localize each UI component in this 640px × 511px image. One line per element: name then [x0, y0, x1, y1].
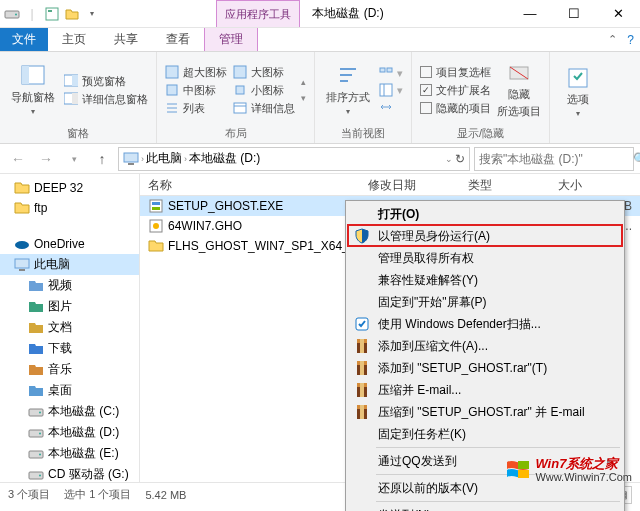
hide-selected-button[interactable]: 隐藏 所选项目 — [497, 56, 541, 124]
ribbon-group-label — [558, 127, 598, 141]
tree-item[interactable]: 本地磁盘 (D:) — [0, 422, 139, 443]
tree-item[interactable]: 此电脑 — [0, 254, 139, 275]
tree-item[interactable]: 桌面 — [0, 380, 139, 401]
refresh-icon[interactable]: ↻ — [455, 152, 465, 166]
ribbon-tabs: 文件 主页 共享 查看 管理 ⌃ ? — [0, 28, 640, 52]
new-folder-icon[interactable] — [64, 6, 80, 22]
address-dropdown-icon[interactable]: ⌄ — [445, 154, 453, 164]
preview-pane-button[interactable]: 预览窗格 — [64, 74, 148, 89]
context-menu-item[interactable]: 打开(O) — [348, 203, 622, 225]
tree-item[interactable]: 本地磁盘 (E:) — [0, 443, 139, 464]
layout-details[interactable]: 详细信息 — [233, 101, 295, 116]
tab-manage[interactable]: 管理 — [204, 28, 258, 51]
context-menu-item[interactable]: 压缩到 "SETUP_GHOST.rar" 并 E-mail — [348, 401, 622, 423]
help-icon[interactable]: ? — [627, 33, 634, 47]
layout-m[interactable]: 中图标 — [165, 83, 227, 98]
minimize-button[interactable]: — — [508, 0, 552, 27]
navigation-tree[interactable]: DEEP 32ftpOneDrive此电脑视频图片文档下载音乐桌面本地磁盘 (C… — [0, 174, 140, 482]
tree-item[interactable]: 图片 — [0, 296, 139, 317]
recent-dropdown[interactable]: ▾ — [62, 147, 86, 171]
context-menu-item[interactable]: 发送到(N)▶ — [348, 504, 622, 511]
svg-rect-58 — [360, 383, 364, 397]
close-button[interactable]: ✕ — [596, 0, 640, 27]
checkbox-file-ext[interactable]: ✓文件扩展名 — [420, 83, 491, 98]
quick-access-toolbar: | ▾ — [0, 6, 104, 22]
chevron-right-icon[interactable]: › — [141, 154, 144, 164]
col-date[interactable]: 修改日期 — [360, 174, 460, 195]
ribbon-group-label: 窗格 — [8, 124, 148, 141]
tree-item[interactable]: 本地磁盘 (C:) — [0, 401, 139, 422]
options-button[interactable]: 选项 ▾ — [558, 56, 598, 127]
column-headers: 名称 修改日期 类型 大小 — [140, 174, 640, 196]
tab-view[interactable]: 查看 — [152, 28, 204, 51]
ribbon-collapse-icon[interactable]: ⌃ — [608, 33, 617, 46]
context-menu-item[interactable]: 以管理员身份运行(A) — [348, 225, 622, 247]
svg-point-41 — [39, 474, 41, 476]
search-input[interactable] — [479, 152, 629, 166]
tree-item[interactable]: 文档 — [0, 317, 139, 338]
forward-button[interactable]: → — [34, 147, 58, 171]
ribbon-group-layout: 超大图标 中图标 列表 大图标 小图标 详细信息 ▴ ▾ 布局 — [157, 52, 315, 143]
col-size[interactable]: 大小 — [550, 174, 640, 195]
layout-list[interactable]: 列表 — [165, 101, 227, 116]
tab-file[interactable]: 文件 — [0, 28, 48, 51]
ribbon-group-showhide: 项目复选框 ✓文件扩展名 隐藏的项目 隐藏 所选项目 显示/隐藏 — [412, 52, 550, 143]
tree-item[interactable]: DEEP 32 — [0, 178, 139, 198]
col-name[interactable]: 名称 — [140, 174, 360, 195]
chevron-down-icon: ▾ — [346, 107, 350, 116]
tree-item[interactable]: 视频 — [0, 275, 139, 296]
context-item-label: 固定到任务栏(K) — [378, 426, 466, 443]
nav-pane-button[interactable]: 导航窗格 ▾ — [8, 56, 58, 124]
checkbox-item-checkboxes[interactable]: 项目复选框 — [420, 65, 491, 80]
status-size: 5.42 MB — [145, 489, 186, 501]
nav-pane-label: 导航窗格 — [11, 90, 55, 105]
context-menu-item[interactable]: 压缩并 E-mail... — [348, 379, 622, 401]
add-columns-button[interactable]: ▾ — [379, 83, 403, 97]
context-menu-item[interactable]: 使用 Windows Defender扫描... — [348, 313, 622, 335]
group-by-button[interactable]: ▾ — [379, 66, 403, 80]
search-icon[interactable]: 🔍 — [633, 152, 640, 166]
rar-icon — [354, 338, 370, 354]
tree-item[interactable]: OneDrive — [0, 234, 139, 254]
tree-item-icon — [14, 200, 30, 216]
context-item-label: 打开(O) — [378, 206, 419, 223]
chevron-right-icon[interactable]: › — [184, 154, 187, 164]
layout-xl[interactable]: 超大图标 — [165, 65, 227, 80]
svg-rect-32 — [15, 259, 29, 268]
tree-item[interactable]: 音乐 — [0, 359, 139, 380]
breadcrumb[interactable]: › 此电脑 › 本地磁盘 (D:) ⌄ ↻ — [118, 147, 470, 171]
tab-share[interactable]: 共享 — [100, 28, 152, 51]
back-button[interactable]: ← — [6, 147, 30, 171]
search-box[interactable]: 🔍 — [474, 147, 634, 171]
sort-button[interactable]: 排序方式 ▾ — [323, 56, 373, 124]
layout-scroll-down[interactable]: ▾ — [301, 93, 306, 103]
crumb-pc[interactable]: 此电脑 — [146, 150, 182, 167]
svg-point-35 — [39, 411, 41, 413]
tree-item[interactable]: CD 驱动器 (G:) — [0, 464, 139, 482]
layout-s[interactable]: 小图标 — [233, 83, 295, 98]
size-columns-button[interactable] — [379, 100, 403, 114]
crumb-drive[interactable]: 本地磁盘 (D:) — [189, 150, 260, 167]
context-menu-item[interactable]: 添加到 "SETUP_GHOST.rar"(T) — [348, 357, 622, 379]
svg-rect-7 — [72, 75, 78, 86]
status-selected: 选中 1 个项目 — [64, 487, 131, 502]
context-menu-item[interactable]: 固定到"开始"屏幕(P) — [348, 291, 622, 313]
layout-scroll-up[interactable]: ▴ — [301, 77, 306, 87]
context-menu-item[interactable]: 固定到任务栏(K) — [348, 423, 622, 445]
tree-item[interactable]: 下载 — [0, 338, 139, 359]
context-item-label: 以管理员身份运行(A) — [378, 228, 490, 245]
context-menu-item[interactable]: 添加到压缩文件(A)... — [348, 335, 622, 357]
tree-item-icon — [28, 278, 44, 294]
tab-home[interactable]: 主页 — [48, 28, 100, 51]
context-menu-item[interactable]: 兼容性疑难解答(Y) — [348, 269, 622, 291]
maximize-button[interactable]: ☐ — [552, 0, 596, 27]
up-button[interactable]: ↑ — [90, 147, 114, 171]
checkbox-hidden-items[interactable]: 隐藏的项目 — [420, 101, 491, 116]
layout-l[interactable]: 大图标 — [233, 65, 295, 80]
details-pane-button[interactable]: 详细信息窗格 — [64, 92, 148, 107]
properties-icon[interactable] — [44, 6, 60, 22]
context-menu-item[interactable]: 管理员取得所有权 — [348, 247, 622, 269]
qat-dropdown-icon[interactable]: ▾ — [84, 6, 100, 22]
tree-item[interactable]: ftp — [0, 198, 139, 218]
col-type[interactable]: 类型 — [460, 174, 550, 195]
